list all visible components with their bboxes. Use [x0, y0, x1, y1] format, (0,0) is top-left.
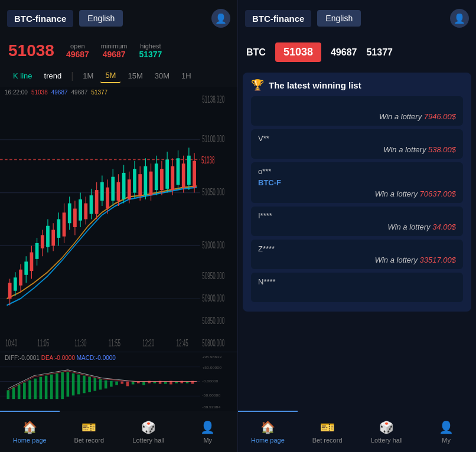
svg-rect-107 [83, 376, 86, 394]
svg-rect-109 [94, 378, 97, 391]
left-nav-lottery-label: Lottery hall [132, 437, 164, 444]
home-icon: 🏠 [22, 420, 37, 434]
svg-rect-96 [23, 382, 26, 399]
winner-name-2: V** [258, 134, 456, 143]
right-user-icon[interactable]: 👤 [450, 9, 469, 28]
left-nav-home[interactable]: 🏠 Home page [0, 411, 60, 452]
right-bet-icon: 🎫 [320, 420, 335, 434]
left-nav-lottery[interactable]: 🎲 Lottery hall [119, 411, 178, 452]
right-nav-my[interactable]: 👤 My [416, 411, 476, 452]
left-current-price: 51038 [8, 41, 54, 60]
left-user-icon[interactable]: 👤 [211, 9, 230, 28]
chart-close-overlay: 49687 [51, 89, 68, 96]
svg-rect-116 [132, 382, 135, 385]
svg-text:+50.00000: +50.00000 [202, 365, 221, 369]
macd-macd: MACD:-0.0000 [77, 355, 116, 361]
svg-text:50800.000: 50800.000 [202, 338, 224, 349]
tab-30m[interactable]: 30M [150, 69, 174, 83]
left-nav-home-label: Home page [13, 437, 47, 444]
bet-icon: 🎫 [81, 420, 96, 434]
svg-rect-93 [6, 390, 9, 399]
right-nav-lottery[interactable]: 🎲 Lottery hall [357, 411, 417, 452]
left-panel: BTC-finance English 👤 51038 open 49687 m… [0, 0, 238, 452]
max-value: 51377 [139, 50, 162, 59]
svg-text:+95.98633: +95.98633 [202, 355, 221, 358]
svg-rect-105 [72, 374, 75, 396]
min-value: 49687 [103, 50, 126, 59]
right-nav-my-label: My [442, 437, 451, 444]
tab-15m[interactable]: 15M [123, 69, 147, 83]
winning-title: The latest winning list [269, 80, 361, 90]
left-bottom-nav: 🏠 Home page 🎫 Bet record 🎲 Lottery hall … [0, 411, 237, 452]
svg-text:-0.00000: -0.00000 [202, 379, 219, 383]
svg-rect-112 [110, 381, 113, 387]
lottery-icon: 🎲 [141, 420, 156, 434]
right-price-bar: BTC 51038 49687 51377 [238, 37, 476, 68]
tab-1m[interactable]: 1M [78, 69, 98, 83]
svg-rect-98 [34, 379, 37, 399]
svg-rect-94 [12, 387, 15, 399]
winner-name-1 [258, 101, 456, 110]
winner-amount-3: Win a lottery 70637.00$ [258, 189, 456, 198]
winner-amount-1: Win a lottery 7946.00$ [258, 112, 456, 121]
btc-label: BTC [246, 47, 266, 58]
right-nav-bet[interactable]: 🎫 Bet record [298, 411, 357, 452]
svg-text:12:20: 12:20 [142, 338, 154, 349]
right-lang-button[interactable]: English [317, 10, 361, 27]
winner-item-4: I**** Win a lottery 34.00$ [251, 207, 463, 236]
winner-name-6: N**** [258, 277, 456, 286]
winning-header: 🏆 The latest winning list [251, 78, 463, 91]
min-price-item: minimum 49687 [101, 42, 128, 59]
left-brand: BTC-finance [7, 10, 73, 27]
right-lottery-icon: 🎲 [379, 420, 394, 434]
open-price-item: open 49687 [66, 42, 89, 59]
right-header: BTC-finance English 👤 [238, 0, 476, 37]
macd-diff: DIFF:-0.0001 [5, 355, 40, 361]
tab-5m[interactable]: 5M [100, 68, 120, 83]
tab-kline[interactable]: K line [8, 69, 37, 83]
chart-controls: K line trend | 1M 5M 15M 30M 1H [0, 65, 237, 87]
left-nav-my[interactable]: 👤 My [178, 411, 238, 452]
svg-rect-106 [77, 375, 80, 395]
trophy-icon: 🏆 [251, 78, 264, 91]
svg-rect-114 [120, 382, 123, 384]
tab-trend[interactable]: trend [40, 69, 67, 83]
svg-text:50900.000: 50900.000 [202, 293, 224, 304]
max-label: highest [140, 42, 161, 50]
btc-price3: 51377 [366, 47, 393, 58]
macd-area: DIFF:-0.0001 DEA:-0.0000 MACD:-0.0000 [0, 352, 237, 411]
svg-rect-110 [99, 379, 102, 390]
open-value: 49687 [66, 50, 89, 59]
right-bottom-nav: 🏠 Home page 🎫 Bet record 🎲 Lottery hall … [238, 411, 476, 452]
winning-card: 🏆 The latest winning list Win a lottery … [243, 73, 471, 312]
chart-time-info: 16:22:00 51038 49687 49687 51377 [5, 89, 107, 96]
svg-rect-102 [56, 374, 58, 399]
svg-rect-108 [88, 377, 91, 392]
right-nav-home-label: Home page [251, 437, 285, 444]
open-label: open [70, 42, 84, 50]
svg-text:50850.000: 50850.000 [202, 316, 224, 326]
svg-rect-115 [126, 382, 129, 387]
right-nav-lottery-label: Lottery hall [371, 437, 403, 444]
right-nav-home[interactable]: 🏠 Home page [238, 411, 298, 452]
right-my-icon: 👤 [439, 420, 454, 434]
winning-section: 🏆 The latest winning list Win a lottery … [238, 68, 476, 411]
svg-rect-100 [45, 376, 48, 399]
max-price-item: highest 51377 [139, 42, 162, 59]
svg-text:51000.000: 51000.000 [202, 240, 224, 251]
svg-rect-95 [18, 384, 21, 399]
left-lang-button[interactable]: English [79, 10, 123, 27]
svg-text:11:30: 11:30 [74, 338, 86, 349]
winner-item-2: V** Win a lottery 538.00$ [251, 129, 463, 159]
tab-1h[interactable]: 1H [177, 69, 196, 83]
svg-rect-113 [115, 382, 118, 385]
min-label: minimum [101, 42, 128, 50]
left-nav-bet[interactable]: 🎫 Bet record [60, 411, 119, 452]
svg-rect-99 [40, 377, 43, 399]
winner-subname-3: BTC-F [258, 178, 456, 187]
main-chart-area: 16:22:00 51038 49687 49687 51377 51038 [0, 87, 237, 352]
svg-text:10:40: 10:40 [5, 338, 17, 349]
right-nav-bet-label: Bet record [312, 437, 343, 444]
winner-amount-2: Win a lottery 538.00$ [258, 145, 456, 154]
svg-text:51100.000: 51100.000 [202, 134, 224, 145]
